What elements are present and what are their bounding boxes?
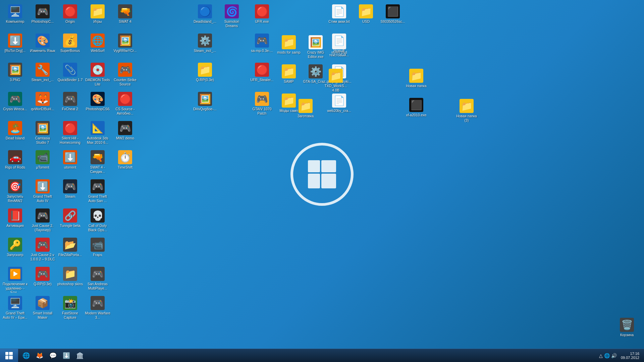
clock-date: 09.07.2012 [621, 356, 639, 360]
icon-3png[interactable]: 🖼️ 3.PNG [2, 61, 29, 90]
icon-samp03e[interactable]: 🎮 sa-mp-0.3e-... [249, 32, 275, 61]
tray-expand-icon[interactable]: △ [599, 353, 603, 358]
icon-utorrent2[interactable]: ⬇️ utorrent [57, 149, 84, 177]
icon-firefox[interactable]: 🦊 qvWvrEfBuH... [29, 90, 56, 119]
icon-quickbinder[interactable]: 📎 QuickBinder 1.7 [57, 61, 84, 90]
icon-gtaautiv[interactable]: 🎮 Just Cause 2.(Лаунчер) [29, 207, 56, 236]
tray-network-icon[interactable]: 🌐 [604, 353, 610, 358]
icon-steamincl[interactable]: ⚙️ Steam_incl_... [192, 32, 218, 61]
icon-dhvqvg[interactable]: 🖼️ DHvQvg8oe-... [192, 90, 218, 119]
icon-adobereader[interactable]: 📕 Активация [2, 207, 29, 236]
icon-callofdutybop[interactable]: 💀 Call of Duty Black Ops... [84, 207, 111, 236]
taskbar-skype-icon[interactable]: 💬 [46, 349, 60, 362]
icon-s93350526[interactable]: ⬛ S93350526sc... [379, 3, 406, 32]
icon-gtaautosan[interactable]: 🎮 Grand Theft Auto San ... [84, 178, 111, 206]
icon-rigsrods[interactable]: 🚗 Rigs of Rods [2, 149, 29, 177]
icon-group-recbin: 🗑️ Корзина [613, 316, 641, 345]
icon-qvwvef[interactable]: 🖼️ Camtasia Studio 7 [29, 120, 56, 148]
icon-mw2demo[interactable]: 🎮 MW2 demo [112, 120, 139, 148]
icon-crazyimg[interactable]: 🖼️ Crazy IMG Editor.exe [302, 34, 329, 62]
icon-faststone[interactable]: 📸 FastStone Capture [57, 295, 84, 323]
icon-txdworks[interactable]: 📁 TXD_WorkS... 4.0B [322, 67, 349, 96]
icon-photoshopcs6[interactable]: 🎨 PhotoshopCS6 [84, 90, 111, 119]
icon-ufrsteal[interactable]: 🔴 UFR_Stealer... [249, 61, 275, 90]
icon-justcause2v[interactable]: 🎮 Q-RP(0.3e) [29, 265, 56, 294]
icon-fraps[interactable]: 📹 Fraps [84, 236, 111, 265]
svg-rect-5 [5, 352, 8, 355]
taskbar-tray: △ 🌐 🔊 17:16 09.07.2012 [596, 349, 644, 362]
icon-cssavto[interactable]: 🔴 CS Source - Автобно... [112, 90, 139, 119]
icon-revmw2[interactable]: 🎯 Запустить RevMW2 [2, 178, 29, 206]
icon-qrp[interactable]: 📁 Q-RP(0.3e) [192, 61, 218, 90]
icon-tunngle[interactable]: 🔗 Tunngle beta [57, 207, 84, 236]
icon-zagotovka[interactable]: 📁 Заготовка [292, 98, 319, 126]
taskbar-utorrent-icon[interactable]: ⬇️ [60, 349, 73, 362]
icon-group-txd: 📁 TXD_WorkS... 4.0B [322, 67, 350, 96]
icon-websurf[interactable]: 🌐 WebSurf [84, 32, 111, 61]
icon-silenthill[interactable]: 🔴 Silent Hill - Homecoming [57, 120, 84, 148]
taskbar-ie-icon[interactable]: 🌐 [19, 349, 33, 362]
icon-group-novaypapka1: 📁 Новая папка ⬛ xf-a2010.exe [402, 67, 430, 125]
icon-ufrexe[interactable]: 🔴 UFR.exe [249, 3, 275, 32]
icon-justcause2[interactable]: 🎮 Just Cause 2.v 1.0.0.2 – 9.DLC [29, 236, 56, 265]
taskbar-firefox-icon[interactable]: 🦊 [33, 349, 46, 362]
icon-vygrrliwy[interactable]: 🖼️ VygRRlwYCr... [112, 32, 139, 61]
icon-photoshopc[interactable]: 🎨 Изменить Язык [29, 32, 56, 61]
icon-smartinstall[interactable]: 📦 Smart Install Maker [29, 295, 56, 323]
icon-group-right1: 🔴 UFR.exe 🎮 sa-mp-0.3e-... 🔴 UFR_Stealer… [248, 3, 276, 324]
start-button[interactable] [0, 349, 18, 362]
svg-rect-8 [9, 356, 13, 359]
icon-igri[interactable]: 📁 Игры [84, 3, 111, 32]
taskbar-quick-launch: 🌐 🦊 💬 ⬇️ 🏛️ [18, 349, 88, 362]
icon-modsforsamp[interactable]: 📁 mods for samp [275, 34, 302, 62]
icon-origin[interactable]: 🔴 Origin [57, 3, 84, 32]
icon-css[interactable]: 🎮 Counter-Strike Source [112, 61, 139, 90]
icon-aktivatsiya[interactable]: 🔑 Запускатр [2, 236, 29, 265]
icon-deadisland[interactable]: 🏝️ Dead Island [2, 120, 29, 148]
icon-fvcheat2[interactable]: 🎮 FvCheat 2 [57, 90, 84, 119]
icon-camtasia[interactable]: 📹 µTorrent [29, 149, 56, 177]
taskbar-app5-icon[interactable]: 🏛️ [73, 349, 87, 362]
icon-photoshopskins[interactable]: 📁 photoshop skins [57, 265, 84, 294]
icon-recbin[interactable]: 🗑️ Корзина [613, 316, 640, 345]
icon-computer[interactable]: 🖥️ Компьютер [2, 3, 29, 32]
icon-sanandreas[interactable]: 🎮 San Andreas MultiPlaye... [84, 265, 111, 294]
icon-suimotori[interactable]: 🌀 Suimotori Dreams [218, 3, 245, 32]
svg-rect-6 [9, 352, 13, 355]
icon-group-suimotori: 🌀 Suimotori Dreams [218, 3, 246, 32]
icon-group-s93: ⬛ S93350526sc... [379, 3, 407, 32]
icon-filezilla[interactable]: 📂 FileZillaPorta... [57, 236, 84, 265]
icon-web20bycra[interactable]: 📄 web20by_cra... [326, 92, 353, 121]
icon-utorrent[interactable]: ⬇️ Grand Theft Auto IV [29, 178, 56, 206]
icon-gtaiv1070[interactable]: 🎮 GTAIV 1070 Patch [249, 90, 275, 119]
icon-rutor[interactable]: ⬇️ [RuTor.Org]... [2, 32, 29, 61]
icon-podkluchenie[interactable]: 🖥️ Grand Theft Auto IV – Ери... [2, 295, 29, 323]
icon-novaypapka1[interactable]: 📁 Новая папка [403, 67, 430, 96]
icon-novaypapka3[interactable]: 📁 Новая папка (3) [453, 98, 480, 126]
icon-timeshift[interactable]: ⏱️ TimeShift [112, 149, 139, 177]
icon-modernwarfare3[interactable]: 🎮 Modern Warfare 3... [84, 295, 111, 323]
icon-novyitekst[interactable]: 📄 Новый текстовый... [326, 32, 353, 61]
icon-autodesk3ds[interactable]: 📐 Autodesk 3ds Max 2010 6... [84, 120, 111, 148]
tray-volume-icon[interactable]: 🔊 [611, 353, 617, 358]
icon-deadisland2[interactable]: 🔵 DeadIsland_... [192, 3, 218, 32]
icon-izmenyazik[interactable]: 🔧 Steam_incl_... [29, 61, 56, 90]
icon-zapusktr[interactable]: ▶️ Подключение к удаленно- - Ери... [2, 265, 29, 294]
svg-rect-7 [5, 356, 8, 359]
icon-gtaiv[interactable]: 🎮 PhotoshopC... [29, 3, 56, 32]
icon-crysis[interactable]: 🎮 Crysis Wreca... [2, 90, 29, 119]
icon-group-zagotovka: 📁 Заготовка [292, 97, 319, 126]
icon-samp2[interactable]: 📁 SAMP [275, 63, 302, 92]
icon-swat4sindi[interactable]: 🔫 SWAT 4 - Синдик... [84, 149, 111, 177]
taskbar: 🌐 🦊 💬 ⬇️ 🏛️ △ 🌐 🔊 17:16 09.07.2012 [0, 349, 644, 362]
icon-steam[interactable]: 🎮 Steam [57, 178, 84, 206]
clock[interactable]: 17:16 09.07.2012 [619, 352, 641, 360]
icon-superbonus[interactable]: 💰 SuperBonus [57, 32, 84, 61]
icon-group-mid: 🔵 DeadIsland_... ⚙️ Steam_incl_... 📁 Q-R… [191, 3, 219, 324]
icon-stimakki[interactable]: 📄 Стим акки.txt [326, 3, 353, 32]
icon-usd[interactable]: 📁 USD [353, 3, 379, 32]
icon-swat4[interactable]: 🔫 SWAT 4 [112, 3, 139, 32]
icon-daemon[interactable]: 💿 DAEMON Tools Lite [84, 61, 111, 90]
icon-xfa2010[interactable]: ⬛ xf-a2010.exe [403, 97, 430, 125]
clock-time: 17:16 [630, 352, 639, 356]
